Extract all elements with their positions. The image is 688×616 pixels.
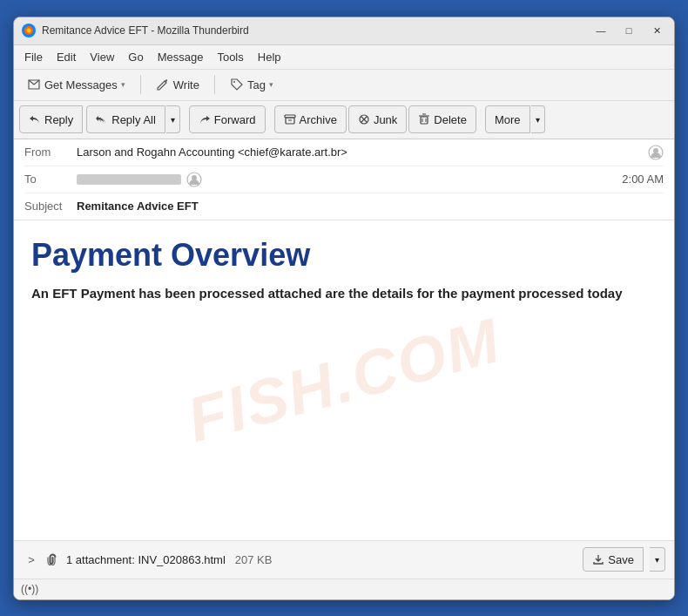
reply-all-button[interactable]: Reply All	[86, 105, 165, 133]
attachment-bar: > 1 attachment: INV_020863.html 207 KB S…	[14, 540, 674, 579]
watermark: FISH.COM	[180, 304, 509, 456]
reply-button[interactable]: Reply	[19, 105, 83, 133]
menu-go[interactable]: Go	[121, 47, 150, 67]
delete-icon	[418, 113, 430, 125]
email-heading: Payment Overview	[31, 238, 657, 273]
archive-icon	[284, 113, 296, 125]
from-label: From	[24, 146, 77, 159]
tag-icon	[230, 78, 244, 91]
reply-all-label: Reply All	[111, 113, 156, 126]
menu-tools[interactable]: Tools	[210, 47, 250, 67]
svg-point-2	[27, 29, 31, 33]
archive-label: Archive	[300, 113, 337, 126]
reply-all-icon	[96, 113, 108, 125]
get-messages-label: Get Messages	[44, 78, 118, 91]
toolbar-divider-2	[214, 75, 215, 94]
write-label: Write	[173, 78, 199, 91]
to-value-redacted	[77, 174, 181, 185]
archive-button[interactable]: Archive	[274, 105, 347, 133]
from-value: Larson and Rogahn Accounting <chief@kara…	[77, 146, 643, 159]
tag-dropdown-icon[interactable]: ▾	[269, 80, 273, 89]
maximize-button[interactable]: □	[618, 22, 639, 39]
more-label: More	[495, 113, 521, 126]
get-messages-icon	[27, 78, 41, 91]
svg-point-3	[233, 81, 235, 83]
svg-rect-8	[421, 117, 428, 124]
junk-button[interactable]: Junk	[348, 105, 407, 133]
menubar: File Edit View Go Message Tools Help	[14, 45, 674, 70]
email-body-text: An EFT Payment has been processed attach…	[31, 284, 657, 304]
subject-label: Subject	[24, 200, 77, 213]
from-avatar-icon	[648, 145, 664, 160]
get-messages-dropdown-icon[interactable]: ▾	[121, 80, 125, 89]
menu-message[interactable]: Message	[151, 47, 211, 67]
forward-button[interactable]: Forward	[189, 105, 266, 133]
write-button[interactable]: Write	[148, 73, 207, 96]
connection-icon: ((•))	[21, 583, 38, 595]
tag-button[interactable]: Tag ▾	[222, 73, 281, 96]
write-icon	[156, 78, 170, 91]
reply-icon	[29, 113, 41, 125]
statusbar: ((•))	[14, 579, 674, 599]
more-button[interactable]: More	[485, 105, 530, 133]
attachment-label: 1 attachment: INV_020863.html 207 KB	[66, 553, 576, 566]
minimize-button[interactable]: —	[590, 22, 611, 39]
email-body: FISH.COM Payment Overview An EFT Payment…	[14, 220, 674, 540]
more-dropdown[interactable]: ▾	[531, 105, 545, 133]
menu-view[interactable]: View	[83, 47, 121, 67]
get-messages-button[interactable]: Get Messages ▾	[19, 73, 133, 96]
app-icon	[21, 23, 37, 38]
tag-label: Tag	[247, 78, 266, 91]
save-attachment-button[interactable]: Save	[583, 547, 644, 572]
paperclip-icon	[47, 553, 59, 565]
menu-edit[interactable]: Edit	[50, 47, 83, 67]
titlebar: Remitance Advice EFT - Mozilla Thunderbi…	[14, 17, 674, 45]
window-controls: — □ ✕	[590, 22, 667, 39]
delete-label: Delete	[434, 113, 467, 126]
toolbar-divider-1	[140, 75, 141, 94]
menu-file[interactable]: File	[17, 47, 50, 67]
close-button[interactable]: ✕	[646, 22, 667, 39]
window-title: Remitance Advice EFT - Mozilla Thunderbi…	[42, 24, 590, 37]
attachment-toggle[interactable]: >	[23, 551, 40, 568]
junk-label: Junk	[374, 113, 397, 126]
main-window: Remitance Advice EFT - Mozilla Thunderbi…	[13, 17, 675, 600]
save-icon	[592, 553, 604, 565]
reply-all-dropdown[interactable]: ▾	[166, 105, 180, 133]
email-time: 2:00 AM	[622, 173, 664, 186]
junk-icon	[358, 113, 370, 125]
toolbar: Get Messages ▾ Write Tag ▾	[14, 70, 674, 101]
email-header: From Larson and Rogahn Accounting <chief…	[14, 139, 674, 220]
reply-label: Reply	[44, 113, 73, 126]
subject-row: Subject Remitance Advice EFT	[24, 193, 664, 220]
forward-icon	[199, 113, 211, 125]
to-row: To 2:00 AM	[24, 166, 664, 193]
from-row: From Larson and Rogahn Accounting <chief…	[24, 139, 664, 166]
to-label: To	[24, 173, 77, 186]
forward-label: Forward	[214, 113, 256, 126]
subject-value: Remitance Advice EFT	[77, 200, 664, 213]
action-bar: Reply Reply All ▾ Forward Archive	[14, 101, 674, 139]
menu-help[interactable]: Help	[251, 47, 288, 67]
to-avatar-icon	[186, 172, 202, 187]
save-label: Save	[608, 553, 634, 566]
delete-button[interactable]: Delete	[408, 105, 476, 133]
save-dropdown-button[interactable]: ▾	[650, 547, 665, 572]
